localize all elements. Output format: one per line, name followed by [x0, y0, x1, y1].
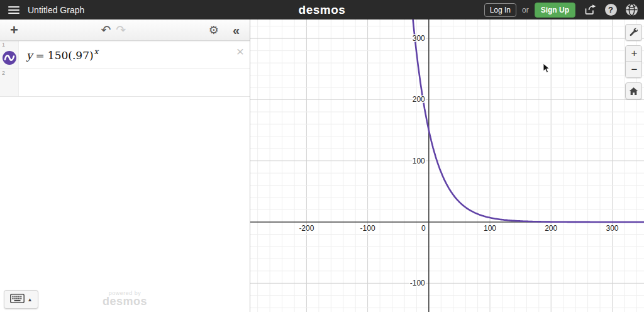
expression-row-1[interactable]: 1 y=150(.97)x ×: [0, 41, 250, 69]
expression-gutter[interactable]: 1: [0, 41, 19, 69]
expression-gutter[interactable]: 2: [0, 69, 19, 96]
wrench-icon: [629, 28, 638, 37]
default-zoom-home-button[interactable]: [625, 82, 642, 99]
zoom-out-button[interactable]: −: [626, 62, 642, 77]
equation-equals: =: [33, 49, 48, 62]
svg-text:200: 200: [545, 224, 557, 233]
login-button[interactable]: Log In: [484, 3, 516, 17]
delete-expression-icon[interactable]: ×: [236, 45, 244, 58]
keyboard-toggle-button[interactable]: ▲: [4, 290, 38, 309]
add-expression-button[interactable]: +: [8, 22, 21, 38]
svg-text:100: 100: [484, 224, 496, 233]
graph-paper[interactable]: -200-1000100200300300200100-100 + −: [250, 20, 644, 312]
graph-settings-button[interactable]: ⚙: [206, 23, 221, 37]
keyboard-icon: [10, 294, 25, 306]
svg-text:-200: -200: [299, 224, 314, 233]
graph-settings-wrench-button[interactable]: [625, 24, 642, 41]
svg-text:200: 200: [413, 95, 425, 104]
equation-body: 150(.97): [48, 49, 94, 62]
svg-text:300: 300: [606, 224, 618, 233]
top-bar: Untitled Graph desmos Log In or Sign Up …: [0, 0, 644, 20]
svg-text:-100: -100: [360, 224, 375, 233]
expression-row-2[interactable]: 2: [0, 69, 250, 97]
signup-button[interactable]: Sign Up: [535, 3, 575, 18]
topbar-actions: Log In or Sign Up ?: [484, 3, 638, 18]
or-label: or: [522, 6, 529, 14]
zoom-in-button[interactable]: +: [626, 46, 642, 62]
expression-index: 2: [2, 70, 5, 76]
help-icon[interactable]: ?: [604, 4, 617, 16]
redo-button: ↷: [113, 23, 128, 37]
expression-index: 1: [2, 42, 5, 48]
svg-text:300: 300: [413, 34, 425, 43]
equation-exponent: x: [94, 47, 99, 56]
svg-text:100: 100: [413, 157, 425, 165]
expression-input[interactable]: y=150(.97)x: [19, 41, 250, 69]
empty-expression-input[interactable]: [19, 69, 250, 96]
keyboard-open-arrow-icon: ▲: [28, 297, 33, 303]
svg-text:-100: -100: [410, 279, 425, 287]
hamburger-menu-icon[interactable]: [8, 6, 19, 14]
collapse-panel-button[interactable]: «: [230, 23, 242, 38]
equation-lhs: y: [26, 49, 33, 62]
graph-title[interactable]: Untitled Graph: [28, 5, 84, 15]
graph-svg: -200-1000100200300300200100-100: [250, 20, 644, 312]
globe-icon[interactable]: [625, 4, 638, 16]
expression-toolbar: + ↶ ↷ ⚙ «: [0, 20, 250, 41]
expression-color-icon[interactable]: [2, 50, 17, 68]
graph-zoom-controls: + −: [625, 24, 642, 104]
svg-text:0: 0: [421, 224, 426, 233]
expression-panel: + ↶ ↷ ⚙ « 1 y=150(.97)x: [0, 20, 250, 312]
undo-button[interactable]: ↶: [98, 23, 113, 37]
share-icon[interactable]: [584, 4, 596, 16]
home-icon: [629, 87, 638, 96]
